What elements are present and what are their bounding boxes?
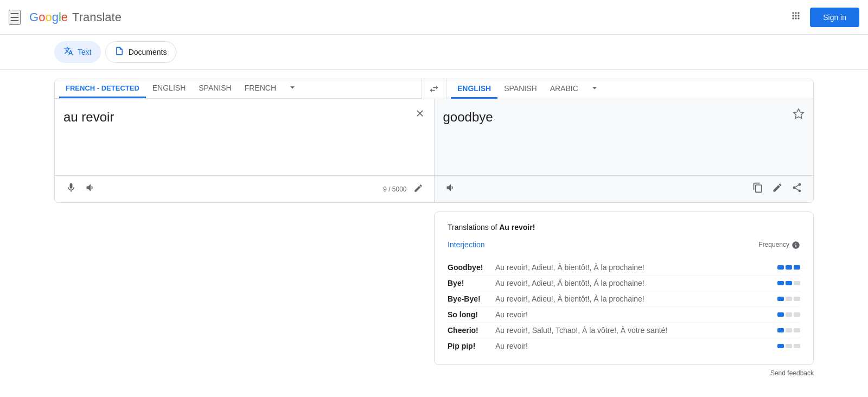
source-lang-french[interactable]: FRENCH	[238, 79, 283, 98]
translations-title: Translations of Au revoir!	[448, 223, 800, 232]
logo[interactable]: Google Translate	[29, 10, 122, 24]
target-lang-arabic[interactable]: ARABIC	[544, 80, 585, 99]
freq-bar	[777, 344, 784, 348]
favorite-button[interactable]	[793, 108, 805, 123]
text-tab-icon	[63, 46, 73, 58]
target-text-area: goodbye	[435, 99, 814, 175]
frequency-bars	[773, 328, 800, 332]
translation-row: Cheerio!Au revoir!, Salut!, Tchao!, À la…	[448, 323, 800, 338]
translation-rows: Goodbye!Au revoir!, Adieu!, À bientôt!, …	[448, 260, 800, 354]
translation-word[interactable]: Bye!	[448, 279, 491, 287]
translation-alts: Au revoir!, Adieu!, À bientôt!, À la pro…	[495, 294, 769, 303]
source-lang-english[interactable]: ENGLISH	[146, 79, 192, 98]
frequency-bars	[773, 281, 800, 285]
freq-bar	[786, 265, 792, 270]
target-language-area: ENGLISH SPANISH ARABIC	[446, 79, 813, 99]
logo-text: Google	[29, 10, 68, 24]
freq-bar	[777, 312, 784, 317]
translation-word[interactable]: Cheerio!	[448, 326, 491, 335]
translation-word[interactable]: So long!	[448, 310, 491, 319]
text-panels: au revoir 9 / 5000	[55, 99, 813, 202]
source-lang-detected[interactable]: FRENCH - DETECTED	[59, 80, 146, 98]
header-left: ☰ Google Translate	[9, 10, 122, 25]
language-header: FRENCH - DETECTED ENGLISH SPANISH FRENCH…	[55, 79, 813, 99]
freq-bar	[786, 297, 792, 301]
edit-button[interactable]	[411, 181, 425, 197]
freq-bar	[794, 344, 800, 348]
target-audio-button[interactable]	[443, 180, 458, 198]
translation-row: Bye-Bye!Au revoir!, Adieu!, À bientôt!, …	[448, 291, 800, 307]
tab-text[interactable]: Text	[54, 41, 101, 63]
mode-tabs: Text Documents	[0, 35, 868, 70]
source-lang-spanish[interactable]: SPANISH	[192, 79, 238, 98]
clear-source-button[interactable]	[414, 108, 425, 121]
tab-text-label: Text	[78, 48, 92, 56]
source-input[interactable]: au revoir	[63, 108, 425, 162]
source-audio-button[interactable]	[83, 180, 98, 198]
edit-translation-button[interactable]	[770, 180, 785, 198]
target-text: goodbye	[443, 108, 805, 126]
freq-bar	[794, 328, 800, 332]
source-language-area: FRENCH - DETECTED ENGLISH SPANISH FRENCH	[55, 79, 422, 99]
tab-documents-label: Documents	[129, 48, 167, 56]
tab-documents[interactable]: Documents	[105, 41, 176, 63]
freq-bar	[777, 265, 784, 270]
translation-alts: Au revoir!, Salut!, Tchao!, À la vôtre!,…	[495, 326, 769, 335]
translation-row: Pip pip!Au revoir!	[448, 338, 800, 354]
swap-languages-button[interactable]	[429, 84, 439, 94]
frequency-bars	[773, 265, 800, 270]
char-count: 9 / 5000	[383, 185, 406, 193]
frequency-header: Frequency	[758, 241, 800, 251]
freq-bar	[794, 312, 800, 317]
translation-word[interactable]: Goodbye!	[448, 263, 491, 272]
translator-area: FRENCH - DETECTED ENGLISH SPANISH FRENCH…	[54, 79, 814, 365]
translations-panel: Translations of Au revoir! Interjection …	[434, 212, 814, 365]
header-right: Sign in	[790, 8, 859, 27]
target-toolbar	[435, 175, 814, 202]
target-panel: goodbye	[435, 99, 814, 202]
share-button[interactable]	[789, 180, 805, 198]
frequency-bars	[773, 312, 800, 317]
source-panel: au revoir 9 / 5000	[55, 99, 435, 202]
frequency-info-icon[interactable]	[792, 241, 800, 251]
translation-word[interactable]: Pip pip!	[448, 342, 491, 350]
documents-tab-icon	[114, 46, 124, 58]
target-more-langs-button[interactable]	[585, 80, 604, 98]
translation-category: Interjection	[448, 240, 484, 249]
translation-row: So long!Au revoir!	[448, 307, 800, 323]
apps-button[interactable]	[790, 10, 801, 24]
source-text-area: au revoir	[55, 99, 434, 175]
translation-row: Goodbye!Au revoir!, Adieu!, À bientôt!, …	[448, 260, 800, 276]
frequency-bars	[773, 344, 800, 348]
freq-bar	[786, 312, 792, 317]
microphone-button[interactable]	[63, 180, 79, 198]
source-more-langs-button[interactable]	[283, 80, 302, 98]
freq-bar	[777, 297, 784, 301]
sign-in-button[interactable]: Sign in	[810, 8, 859, 27]
translate-box: FRENCH - DETECTED ENGLISH SPANISH FRENCH…	[54, 79, 814, 203]
frequency-bars	[773, 297, 800, 301]
send-feedback[interactable]: Send feedback	[0, 365, 868, 381]
freq-bar	[794, 281, 800, 285]
freq-bar	[786, 281, 792, 285]
copy-button[interactable]	[750, 180, 765, 198]
target-lang-spanish[interactable]: SPANISH	[497, 80, 543, 99]
translation-alts: Au revoir!, Adieu!, À bientôt!, À la pro…	[495, 263, 769, 272]
translation-alts: Au revoir!	[495, 342, 769, 350]
target-lang-english[interactable]: ENGLISH	[451, 80, 497, 99]
freq-bar	[786, 344, 792, 348]
swap-area	[422, 79, 446, 99]
translation-word[interactable]: Bye-Bye!	[448, 294, 491, 303]
freq-bar	[786, 328, 792, 332]
menu-button[interactable]: ☰	[9, 10, 21, 25]
translation-alts: Au revoir!, Adieu!, À bientôt!, À la pro…	[495, 279, 769, 287]
target-toolbar-right	[750, 180, 805, 198]
freq-bar	[777, 281, 784, 285]
translation-row: Bye!Au revoir!, Adieu!, À bientôt!, À la…	[448, 276, 800, 291]
freq-bar	[794, 297, 800, 301]
header: ☰ Google Translate Sign in	[0, 0, 868, 35]
freq-bar	[794, 265, 800, 270]
translation-alts: Au revoir!	[495, 310, 769, 319]
source-toolbar: 9 / 5000	[55, 175, 434, 202]
logo-translate: Translate	[72, 10, 122, 24]
